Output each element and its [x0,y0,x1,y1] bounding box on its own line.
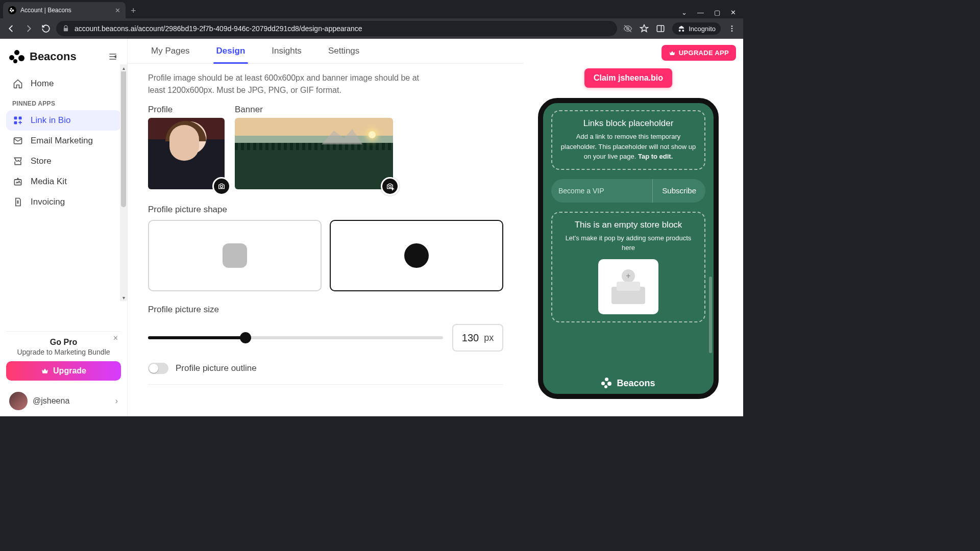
size-value-box[interactable]: 130 px [452,324,503,352]
tab-title: Account | Beacons [20,7,71,14]
preview-vip-block[interactable]: Become a VIP Subscribe [551,179,705,203]
outline-toggle[interactable] [148,363,168,374]
tray-icon [611,287,645,304]
promo-upgrade-button[interactable]: Upgrade [6,361,121,381]
back-button[interactable] [4,21,18,36]
promo-title: Go Pro [6,338,121,347]
upgrade-app-button[interactable]: UPGRADE APP [662,45,736,61]
scroll-up-icon[interactable]: ▴ [120,64,127,71]
window-controls: ⌄ ― ▢ ✕ [674,9,743,18]
preview-store-block[interactable]: This is an empty store block Let's make … [551,212,705,322]
svg-point-1 [10,10,11,11]
preview-store-body: Let's make it pop by adding some product… [558,233,698,253]
incognito-label: Incognito [689,25,716,33]
crown-icon [41,367,49,375]
address-bar[interactable]: account.beacons.ai/account/2986bd19-2f7b… [56,21,617,36]
avatar [9,392,28,410]
size-unit: px [484,333,494,343]
preview-vip-input[interactable]: Become a VIP [551,179,653,203]
preview-footer: Beacons [543,378,714,389]
preview-links-body: Add a link to remove this temporary plac… [561,133,696,160]
sidebar-item-label: Home [31,79,54,89]
svg-rect-11 [14,121,17,124]
slider-knob[interactable] [240,332,251,343]
preview-subscribe-button[interactable]: Subscribe [653,179,705,203]
svg-rect-9 [14,117,17,120]
cursor-icon [390,187,396,192]
window-minimize-icon[interactable]: ― [697,9,704,16]
tab-close-icon[interactable]: ✕ [115,7,120,14]
new-tab-button[interactable]: + [126,6,141,18]
favicon-icon [8,6,16,14]
preview-store-title: This is an empty store block [558,220,698,230]
banner-image[interactable] [235,118,393,189]
crown-icon [669,49,676,57]
sidebar-item-home[interactable]: Home [6,73,121,94]
tab-search-icon[interactable]: ⌄ [681,9,687,16]
image-requirements-text: Profile image should be at least 600x600… [148,72,434,96]
sidebar-item-label: Invoicing [31,197,65,207]
sidebar-item-invoicing[interactable]: Invoicing [6,192,121,212]
svg-point-8 [731,30,733,32]
reload-button[interactable] [39,21,53,36]
tab-settings[interactable]: Settings [325,46,362,63]
promo-card: × Go Pro Upgrade to Marketing Bundle Upg… [6,331,121,386]
user-menu[interactable]: @jsheena › [6,386,121,410]
incognito-indicator[interactable]: Incognito [672,22,721,35]
svg-point-0 [10,8,12,9]
sidebar: Beacons ▴ ▾ Home PINNED APPS Link in Bio [0,39,128,416]
svg-point-14 [220,185,223,188]
profile-image[interactable] [148,118,225,189]
incognito-icon [677,24,685,33]
side-panel-icon[interactable] [656,24,665,33]
size-label: Profile picture size [148,305,503,315]
tab-my-pages[interactable]: My Pages [148,46,193,63]
brand-name: Beacons [30,50,77,63]
svg-point-2 [12,9,14,11]
kebab-menu-icon[interactable] [728,24,736,33]
promo-close-button[interactable]: × [113,334,118,343]
editor-column: My Pages Design Insights Settings Profil… [128,39,524,416]
browser-toolbar: account.beacons.ai/account/2986bd19-2f7b… [0,18,743,39]
url-text: account.beacons.ai/account/2986bd19-2f7b… [75,24,362,33]
sidebar-item-label: Link in Bio [31,115,70,126]
eye-off-icon[interactable] [623,24,632,33]
sidebar-item-email-marketing[interactable]: Email Marketing [6,131,121,151]
sidebar-item-media-kit[interactable]: Media Kit [6,171,121,192]
claim-domain-button[interactable]: Claim jsheena.bio [584,68,672,88]
preview-links-block[interactable]: Links block placeholder Add a link to re… [551,110,705,170]
phone-preview[interactable]: Links block placeholder Add a link to re… [538,98,719,399]
plus-icon: + [622,269,635,283]
preview-footer-brand: Beacons [617,378,655,389]
change-profile-image-button[interactable] [212,177,231,195]
svg-point-6 [731,26,733,27]
sidebar-item-store[interactable]: Store [6,151,121,171]
forward-button[interactable] [21,21,36,36]
grid-plus-icon [12,115,23,126]
shape-option-circle[interactable] [330,220,503,291]
square-shape-icon [223,243,247,268]
window-maximize-icon[interactable]: ▢ [714,9,720,16]
sidebar-scrollbar-thumb[interactable] [121,69,126,207]
store-icon [12,156,23,166]
browser-tab[interactable]: Account | Beacons ✕ [3,2,126,18]
outline-toggle-label: Profile picture outline [176,363,257,373]
sidebar-section-pinned: PINNED APPS [6,94,121,110]
preview-scrollbar[interactable] [709,277,712,353]
chevron-right-icon: › [115,396,118,406]
scroll-down-icon[interactable]: ▾ [120,294,127,301]
sidebar-item-link-in-bio[interactable]: Link in Bio [6,110,121,131]
tab-insights[interactable]: Insights [268,46,305,63]
shape-option-square[interactable] [148,220,322,291]
change-banner-image-button[interactable] [381,177,399,195]
promo-subtitle: Upgrade to Marketing Bundle [6,348,121,356]
tab-design[interactable]: Design [213,46,249,63]
preview-links-cta: Tap to edit. [638,153,673,160]
camera-icon [217,182,226,190]
bookmark-star-icon[interactable] [640,24,649,33]
size-slider[interactable] [148,336,443,339]
home-icon [12,79,23,89]
window-close-icon[interactable]: ✕ [730,9,736,16]
preview-store-image-slot[interactable]: + [598,259,658,314]
sidebar-collapse-button[interactable] [108,52,118,62]
